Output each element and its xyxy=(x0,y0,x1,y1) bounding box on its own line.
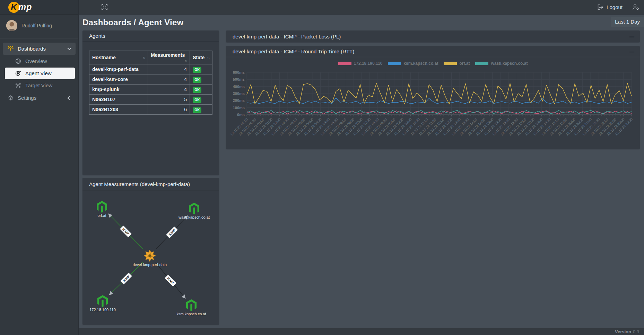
kmp-logo[interactable]: K mp xyxy=(8,2,32,13)
y-tick-label: 400ms xyxy=(233,85,245,89)
rtt-grid xyxy=(247,72,632,116)
avatar xyxy=(6,20,17,31)
logout-icon xyxy=(598,5,604,10)
topbar: Logout xyxy=(79,0,644,15)
topology-node[interactable]: wasti.kapsch.co.at xyxy=(178,203,210,219)
column-label: Measurements xyxy=(151,52,185,58)
sidebar-item-agent-view[interactable]: Agent View xyxy=(5,68,75,79)
legend-swatch xyxy=(444,62,457,65)
sidebar-item-settings[interactable]: Settings xyxy=(3,92,76,104)
time-range-badge[interactable]: Last 1 Day xyxy=(611,17,644,27)
topology-center-node[interactable]: devel-kmp-perf-data xyxy=(133,250,167,267)
sidebar-item-overview[interactable]: Overview xyxy=(5,55,75,67)
rtt-header: devel-kmp-perf-data - ICMP - Round Trip … xyxy=(226,46,640,57)
magento-icon xyxy=(97,201,107,213)
dashboard-columns: Agents Hostname↑↓Measurements↑↓State↑↓ d… xyxy=(82,30,640,325)
agent-row[interactable]: devel-ksm-core4OK xyxy=(89,74,212,85)
collapse-icon[interactable]: — xyxy=(629,34,635,39)
chevron-down-icon xyxy=(67,46,71,50)
sidebar-item-label: Overview xyxy=(25,58,47,64)
agent-row[interactable]: N062B12036OK xyxy=(89,105,212,115)
agent-state: OK xyxy=(190,85,212,95)
menu-toggle-icon[interactable] xyxy=(86,6,92,9)
series-wasti.kapsch.co.at xyxy=(247,111,632,114)
column-label: Hostname xyxy=(92,55,116,60)
topology-node[interactable]: orf.at xyxy=(97,201,107,218)
rtt-chart[interactable]: 0ms100ms200ms300ms400ms500ms600ms12.10.2… xyxy=(229,67,635,149)
user-settings-icon[interactable] xyxy=(632,4,639,10)
magento-icon xyxy=(186,299,197,311)
packet-loss-panel: devel-kmp-perf-data - ICMP - Packet Loss… xyxy=(226,30,640,42)
rtt-panel: devel-kmp-perf-data - ICMP - Round Trip … xyxy=(226,46,640,149)
rtt-legend: 172.18.190.110ksm.kapsch.co.atorf.atwast… xyxy=(229,60,636,67)
node-label: 172.18.190.110 xyxy=(89,308,116,312)
agent-row[interactable]: devel-kmp-perf-data4OK xyxy=(89,64,212,74)
main-column: Logout Dashboards / Agent View Last 1 Da… xyxy=(79,0,644,335)
node-label: ksm.kapsch.co.at xyxy=(177,312,206,316)
agent-measurements: 4 xyxy=(148,64,190,74)
fullscreen-icon[interactable] xyxy=(102,4,107,10)
agent-measurements-header: Agent Measurements (devel-kmp-perf-data) xyxy=(82,178,219,191)
globe-icon xyxy=(15,58,21,64)
agent-globe-icon xyxy=(15,70,21,76)
agents-panel-title: Agents xyxy=(89,33,105,39)
collapse-icon[interactable]: — xyxy=(629,49,635,54)
agent-hostname: devel-kmp-perf-data xyxy=(89,64,148,74)
y-tick-label: 200ms xyxy=(233,98,245,103)
sidebar-item-label: Dashboards xyxy=(18,46,46,52)
legend-item[interactable]: ksm.kapsch.co.at xyxy=(388,61,438,66)
content: Dashboards / Agent View Last 1 Day Agent… xyxy=(79,15,644,328)
magento-icon xyxy=(189,203,199,214)
sidebar-item-target-view[interactable]: Target View xyxy=(5,80,75,91)
agent-state: OK xyxy=(190,74,212,85)
agent-measurements: 6 xyxy=(148,105,190,115)
agent-row[interactable]: kmp-splunk4OK xyxy=(89,85,212,95)
topology-node[interactable]: ksm.kapsch.co.at xyxy=(177,299,206,316)
version-label: Version xyxy=(615,329,631,334)
edge-label: ICMP xyxy=(120,273,132,284)
column-header-hostname[interactable]: Hostname↑↓ xyxy=(89,51,148,64)
sidebar-nav: Dashboards Overview xyxy=(0,42,78,105)
agent-state: OK xyxy=(190,105,212,115)
series-ksm.kapsch.co.at xyxy=(247,98,632,104)
column-header-state[interactable]: State↑↓ xyxy=(190,51,212,64)
legend-swatch xyxy=(475,62,488,65)
legend-item[interactable]: 172.18.190.110 xyxy=(338,61,383,66)
sort-icon[interactable]: ↑↓ xyxy=(142,55,145,60)
footer: Version 0.3 xyxy=(79,328,644,335)
edge-label: ICMP xyxy=(120,226,132,237)
agent-measurements: 4 xyxy=(148,74,190,85)
packet-loss-title: devel-kmp-perf-data - ICMP - Packet Loss… xyxy=(233,34,341,39)
topology-node[interactable]: 172.18.190.110 xyxy=(89,295,116,312)
topology-graph[interactable]: ICMPICMPICMPICMPorf.atwasti.kapsch.co.at… xyxy=(82,191,219,325)
column-label: State xyxy=(193,55,204,60)
node-label: wasti.kapsch.co.at xyxy=(178,215,210,219)
edge-label: ICMP xyxy=(165,275,176,286)
sort-icon[interactable]: ↑↓ xyxy=(207,55,209,60)
logout-button[interactable]: Logout xyxy=(598,4,623,10)
edge-label: ICMP xyxy=(166,227,178,238)
sidebar-item-dashboards[interactable]: Dashboards xyxy=(3,43,76,55)
page-head: Dashboards / Agent View Last 1 Day xyxy=(82,15,640,30)
legend-label: ksm.kapsch.co.at xyxy=(403,61,438,66)
app-root: K mp Rudolf Puffing xyxy=(0,0,644,335)
legend-label: orf.at xyxy=(459,61,470,66)
state-badge: OK xyxy=(193,107,201,113)
agent-hostname: kmp-splunk xyxy=(89,85,148,95)
agent-row[interactable]: N062B1075OK xyxy=(89,95,212,105)
legend-item[interactable]: orf.at xyxy=(444,61,470,66)
gear-icon xyxy=(8,95,14,101)
sort-icon[interactable]: ↑↓ xyxy=(184,59,187,63)
left-column: Agents Hostname↑↓Measurements↑↓State↑↓ d… xyxy=(82,30,219,325)
magento-icon xyxy=(97,295,108,307)
legend-item[interactable]: wasti.kapsch.co.at xyxy=(475,61,528,66)
agents-table-header-row: Hostname↑↓Measurements↑↓State↑↓ xyxy=(89,51,212,64)
column-header-measurements[interactable]: Measurements↑↓ xyxy=(148,51,190,64)
user-row[interactable]: Rudolf Puffing xyxy=(0,15,78,36)
legend-swatch xyxy=(388,62,401,65)
rtt-title: devel-kmp-perf-data - ICMP - Round Trip … xyxy=(233,49,354,54)
y-tick-label: 600ms xyxy=(233,70,245,74)
network-icon xyxy=(15,82,21,88)
agents-panel: Agents Hostname↑↓Measurements↑↓State↑↓ d… xyxy=(82,30,219,175)
rtt-body: 172.18.190.110ksm.kapsch.co.atorf.atwast… xyxy=(226,57,640,151)
